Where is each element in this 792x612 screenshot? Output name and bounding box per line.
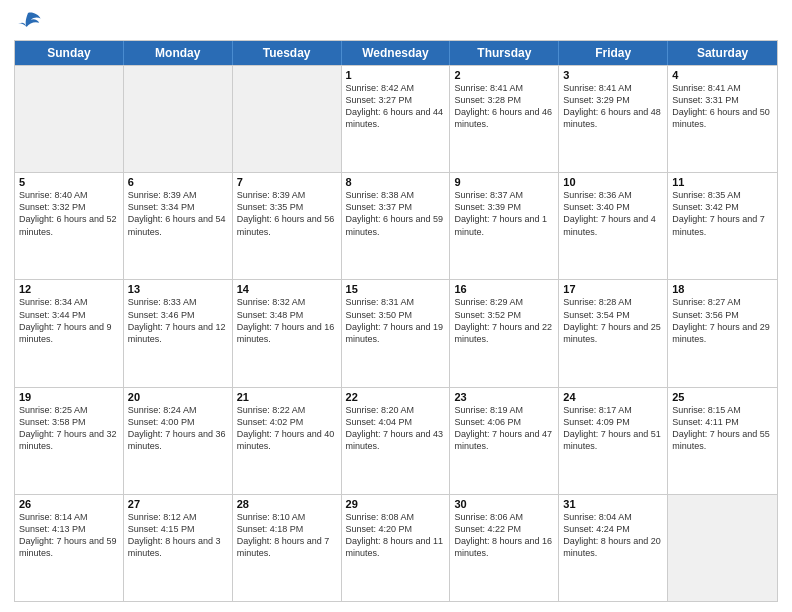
day-cell-25: 25Sunrise: 8:15 AM Sunset: 4:11 PM Dayli… [668, 388, 777, 494]
day-info: Sunrise: 8:12 AM Sunset: 4:15 PM Dayligh… [128, 511, 228, 560]
day-info: Sunrise: 8:28 AM Sunset: 3:54 PM Dayligh… [563, 296, 663, 345]
day-number: 23 [454, 391, 554, 403]
day-info: Sunrise: 8:37 AM Sunset: 3:39 PM Dayligh… [454, 189, 554, 238]
day-number: 4 [672, 69, 773, 81]
day-info: Sunrise: 8:15 AM Sunset: 4:11 PM Dayligh… [672, 404, 773, 453]
day-cell-18: 18Sunrise: 8:27 AM Sunset: 3:56 PM Dayli… [668, 280, 777, 386]
weekday-header-wednesday: Wednesday [342, 41, 451, 65]
day-cell-9: 9Sunrise: 8:37 AM Sunset: 3:39 PM Daylig… [450, 173, 559, 279]
day-cell-11: 11Sunrise: 8:35 AM Sunset: 3:42 PM Dayli… [668, 173, 777, 279]
day-info: Sunrise: 8:24 AM Sunset: 4:00 PM Dayligh… [128, 404, 228, 453]
weekday-header-monday: Monday [124, 41, 233, 65]
calendar-body: 1Sunrise: 8:42 AM Sunset: 3:27 PM Daylig… [15, 65, 777, 601]
day-info: Sunrise: 8:06 AM Sunset: 4:22 PM Dayligh… [454, 511, 554, 560]
day-info: Sunrise: 8:29 AM Sunset: 3:52 PM Dayligh… [454, 296, 554, 345]
day-number: 8 [346, 176, 446, 188]
day-cell-3: 3Sunrise: 8:41 AM Sunset: 3:29 PM Daylig… [559, 66, 668, 172]
day-number: 29 [346, 498, 446, 510]
day-number: 3 [563, 69, 663, 81]
day-cell-29: 29Sunrise: 8:08 AM Sunset: 4:20 PM Dayli… [342, 495, 451, 601]
day-info: Sunrise: 8:40 AM Sunset: 3:32 PM Dayligh… [19, 189, 119, 238]
day-number: 18 [672, 283, 773, 295]
calendar-row-5: 26Sunrise: 8:14 AM Sunset: 4:13 PM Dayli… [15, 494, 777, 601]
weekday-header-friday: Friday [559, 41, 668, 65]
day-cell-15: 15Sunrise: 8:31 AM Sunset: 3:50 PM Dayli… [342, 280, 451, 386]
day-number: 6 [128, 176, 228, 188]
day-cell-14: 14Sunrise: 8:32 AM Sunset: 3:48 PM Dayli… [233, 280, 342, 386]
header [14, 10, 778, 34]
day-number: 11 [672, 176, 773, 188]
day-info: Sunrise: 8:34 AM Sunset: 3:44 PM Dayligh… [19, 296, 119, 345]
day-cell-12: 12Sunrise: 8:34 AM Sunset: 3:44 PM Dayli… [15, 280, 124, 386]
calendar-row-2: 5Sunrise: 8:40 AM Sunset: 3:32 PM Daylig… [15, 172, 777, 279]
day-info: Sunrise: 8:14 AM Sunset: 4:13 PM Dayligh… [19, 511, 119, 560]
day-number: 13 [128, 283, 228, 295]
day-info: Sunrise: 8:41 AM Sunset: 3:28 PM Dayligh… [454, 82, 554, 131]
day-cell-20: 20Sunrise: 8:24 AM Sunset: 4:00 PM Dayli… [124, 388, 233, 494]
day-info: Sunrise: 8:04 AM Sunset: 4:24 PM Dayligh… [563, 511, 663, 560]
day-cell-7: 7Sunrise: 8:39 AM Sunset: 3:35 PM Daylig… [233, 173, 342, 279]
empty-cell [668, 495, 777, 601]
day-cell-23: 23Sunrise: 8:19 AM Sunset: 4:06 PM Dayli… [450, 388, 559, 494]
weekday-header-saturday: Saturday [668, 41, 777, 65]
logo-icon [14, 10, 42, 34]
day-number: 9 [454, 176, 554, 188]
day-cell-28: 28Sunrise: 8:10 AM Sunset: 4:18 PM Dayli… [233, 495, 342, 601]
page: SundayMondayTuesdayWednesdayThursdayFrid… [0, 0, 792, 612]
day-cell-19: 19Sunrise: 8:25 AM Sunset: 3:58 PM Dayli… [15, 388, 124, 494]
day-cell-27: 27Sunrise: 8:12 AM Sunset: 4:15 PM Dayli… [124, 495, 233, 601]
day-number: 2 [454, 69, 554, 81]
day-cell-13: 13Sunrise: 8:33 AM Sunset: 3:46 PM Dayli… [124, 280, 233, 386]
calendar-header: SundayMondayTuesdayWednesdayThursdayFrid… [15, 41, 777, 65]
day-info: Sunrise: 8:22 AM Sunset: 4:02 PM Dayligh… [237, 404, 337, 453]
day-number: 19 [19, 391, 119, 403]
day-info: Sunrise: 8:33 AM Sunset: 3:46 PM Dayligh… [128, 296, 228, 345]
day-info: Sunrise: 8:32 AM Sunset: 3:48 PM Dayligh… [237, 296, 337, 345]
day-cell-8: 8Sunrise: 8:38 AM Sunset: 3:37 PM Daylig… [342, 173, 451, 279]
day-number: 1 [346, 69, 446, 81]
day-number: 10 [563, 176, 663, 188]
day-info: Sunrise: 8:41 AM Sunset: 3:29 PM Dayligh… [563, 82, 663, 131]
day-cell-16: 16Sunrise: 8:29 AM Sunset: 3:52 PM Dayli… [450, 280, 559, 386]
day-number: 21 [237, 391, 337, 403]
day-number: 17 [563, 283, 663, 295]
day-cell-10: 10Sunrise: 8:36 AM Sunset: 3:40 PM Dayli… [559, 173, 668, 279]
empty-cell [233, 66, 342, 172]
day-cell-22: 22Sunrise: 8:20 AM Sunset: 4:04 PM Dayli… [342, 388, 451, 494]
day-cell-17: 17Sunrise: 8:28 AM Sunset: 3:54 PM Dayli… [559, 280, 668, 386]
day-cell-4: 4Sunrise: 8:41 AM Sunset: 3:31 PM Daylig… [668, 66, 777, 172]
day-info: Sunrise: 8:27 AM Sunset: 3:56 PM Dayligh… [672, 296, 773, 345]
day-info: Sunrise: 8:31 AM Sunset: 3:50 PM Dayligh… [346, 296, 446, 345]
day-number: 26 [19, 498, 119, 510]
day-cell-26: 26Sunrise: 8:14 AM Sunset: 4:13 PM Dayli… [15, 495, 124, 601]
day-info: Sunrise: 8:35 AM Sunset: 3:42 PM Dayligh… [672, 189, 773, 238]
day-info: Sunrise: 8:20 AM Sunset: 4:04 PM Dayligh… [346, 404, 446, 453]
day-cell-6: 6Sunrise: 8:39 AM Sunset: 3:34 PM Daylig… [124, 173, 233, 279]
day-number: 31 [563, 498, 663, 510]
day-cell-30: 30Sunrise: 8:06 AM Sunset: 4:22 PM Dayli… [450, 495, 559, 601]
day-number: 12 [19, 283, 119, 295]
calendar-row-4: 19Sunrise: 8:25 AM Sunset: 3:58 PM Dayli… [15, 387, 777, 494]
day-info: Sunrise: 8:39 AM Sunset: 3:35 PM Dayligh… [237, 189, 337, 238]
day-cell-2: 2Sunrise: 8:41 AM Sunset: 3:28 PM Daylig… [450, 66, 559, 172]
day-info: Sunrise: 8:19 AM Sunset: 4:06 PM Dayligh… [454, 404, 554, 453]
day-number: 28 [237, 498, 337, 510]
day-info: Sunrise: 8:17 AM Sunset: 4:09 PM Dayligh… [563, 404, 663, 453]
weekday-header-thursday: Thursday [450, 41, 559, 65]
day-cell-1: 1Sunrise: 8:42 AM Sunset: 3:27 PM Daylig… [342, 66, 451, 172]
day-cell-24: 24Sunrise: 8:17 AM Sunset: 4:09 PM Dayli… [559, 388, 668, 494]
day-number: 30 [454, 498, 554, 510]
logo [14, 10, 44, 34]
empty-cell [124, 66, 233, 172]
day-number: 20 [128, 391, 228, 403]
day-info: Sunrise: 8:39 AM Sunset: 3:34 PM Dayligh… [128, 189, 228, 238]
day-number: 22 [346, 391, 446, 403]
day-number: 27 [128, 498, 228, 510]
weekday-header-tuesday: Tuesday [233, 41, 342, 65]
day-info: Sunrise: 8:08 AM Sunset: 4:20 PM Dayligh… [346, 511, 446, 560]
day-info: Sunrise: 8:42 AM Sunset: 3:27 PM Dayligh… [346, 82, 446, 131]
day-number: 5 [19, 176, 119, 188]
day-cell-31: 31Sunrise: 8:04 AM Sunset: 4:24 PM Dayli… [559, 495, 668, 601]
calendar: SundayMondayTuesdayWednesdayThursdayFrid… [14, 40, 778, 602]
calendar-row-1: 1Sunrise: 8:42 AM Sunset: 3:27 PM Daylig… [15, 65, 777, 172]
